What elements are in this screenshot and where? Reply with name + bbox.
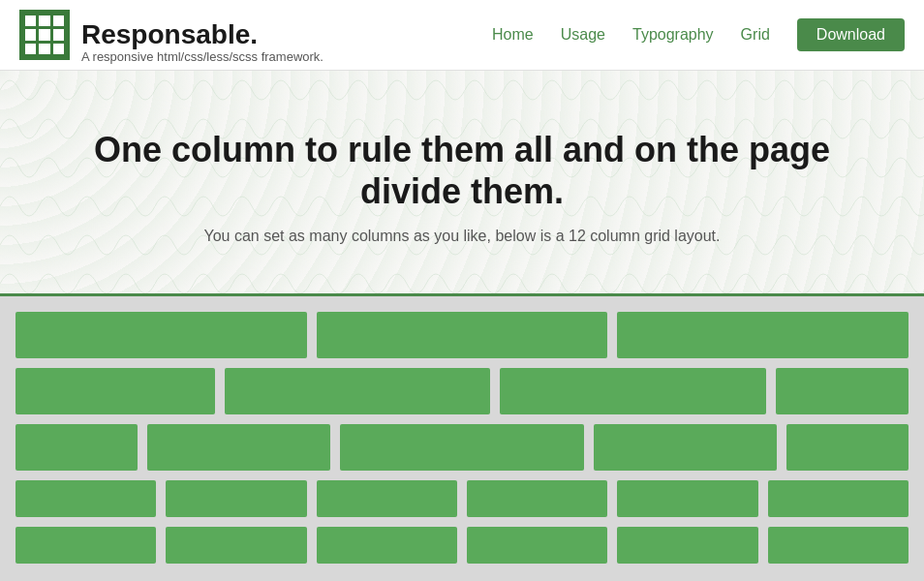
grid-row-4 xyxy=(15,480,909,517)
download-button[interactable]: Download xyxy=(797,18,905,51)
nav-usage[interactable]: Usage xyxy=(561,26,605,44)
tagline: A responsive html/css/less/scss framewor… xyxy=(81,49,323,64)
grid-cell xyxy=(147,424,330,471)
grid-cell xyxy=(166,480,306,517)
brand-name: Responsable. xyxy=(81,19,258,50)
grid-row-3 xyxy=(15,424,909,471)
grid-cell xyxy=(776,368,909,414)
main-nav: Home Usage Typography Grid Download xyxy=(492,18,905,51)
grid-cell xyxy=(467,480,607,517)
grid-cell xyxy=(617,480,757,517)
logo-icon xyxy=(19,10,70,60)
nav-home[interactable]: Home xyxy=(492,26,534,44)
grid-cell xyxy=(317,480,457,517)
grid-cell xyxy=(15,527,156,564)
grid-cell xyxy=(166,527,306,564)
grid-cell xyxy=(15,480,156,517)
grid-row-5 xyxy=(15,527,909,564)
grid-cell xyxy=(617,527,757,564)
hero-title: One column to rule them all and on the p… xyxy=(84,129,840,212)
hero-section: One column to rule them all and on the p… xyxy=(0,71,924,293)
grid-cell xyxy=(467,527,607,564)
grid-cell xyxy=(15,424,138,471)
grid-cell xyxy=(500,368,765,414)
grid-row-1 xyxy=(15,312,909,358)
grid-row-2 xyxy=(15,368,909,414)
nav-typography[interactable]: Typography xyxy=(632,26,714,44)
grid-cell xyxy=(340,424,584,471)
nav-grid[interactable]: Grid xyxy=(741,26,770,44)
grid-demo-section xyxy=(0,296,924,581)
grid-cell xyxy=(15,368,215,414)
grid-cell xyxy=(594,424,777,471)
site-header: Responsable. A responsive html/css/less/… xyxy=(0,0,924,71)
grid-cell xyxy=(15,312,307,358)
grid-cell xyxy=(768,480,909,517)
grid-cell xyxy=(786,424,909,471)
grid-cell xyxy=(225,368,490,414)
grid-cell xyxy=(617,312,909,358)
grid-cell xyxy=(317,527,457,564)
grid-cell xyxy=(768,527,909,564)
grid-cell xyxy=(317,312,608,358)
hero-subtitle: You can set as many columns as you like,… xyxy=(19,228,905,245)
